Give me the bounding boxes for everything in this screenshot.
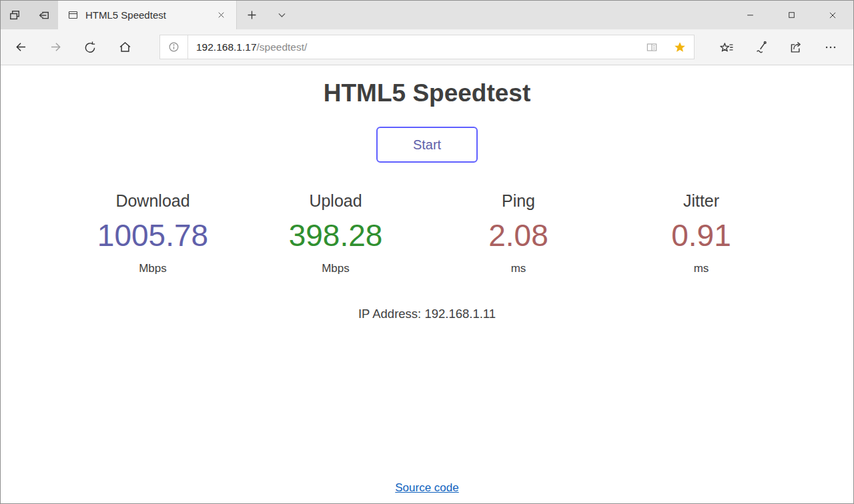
metric-unit: Mbps: [244, 262, 427, 275]
metric-value: 398.28: [244, 217, 427, 253]
metric-unit: ms: [427, 262, 610, 275]
browser-window: HTML5 Speedtest: [0, 0, 854, 504]
source-code-link[interactable]: Source code: [395, 481, 458, 494]
arrow-left-icon: [14, 40, 28, 54]
minimize-icon: [746, 11, 755, 19]
toolbar-right: [709, 32, 848, 63]
web-notes-button[interactable]: [744, 32, 779, 63]
page-content: HTML5 Speedtest Start Download 1005.78 M…: [1, 65, 853, 503]
home-icon: [118, 40, 132, 54]
share-icon: [789, 40, 803, 55]
minimize-button[interactable]: [729, 1, 771, 29]
metric-jitter: Jitter 0.91 ms: [610, 191, 793, 275]
close-icon: [828, 11, 837, 20]
star-list-icon: [719, 40, 734, 55]
arrow-right-icon: [49, 40, 63, 54]
more-menu-button[interactable]: [813, 32, 848, 63]
start-button[interactable]: Start: [376, 127, 478, 163]
metric-upload: Upload 398.28 Mbps: [244, 191, 427, 275]
reading-view-button[interactable]: [638, 35, 666, 59]
ink-pen-icon: [754, 40, 769, 55]
metric-value: 2.08: [427, 217, 610, 253]
site-info-button[interactable]: [160, 35, 188, 59]
home-button[interactable]: [107, 32, 142, 63]
tab-title: HTML5 Speedtest: [85, 9, 211, 21]
open-book-icon: [645, 41, 659, 54]
stacked-windows-icon: [8, 9, 21, 22]
navigation-bar: 192.168.1.17/speedtest/: [1, 29, 853, 65]
url-field[interactable]: 192.168.1.17/speedtest/: [188, 41, 638, 53]
ellipsis-icon: [823, 40, 838, 55]
refresh-icon: [83, 41, 97, 54]
metric-unit: ms: [610, 262, 793, 275]
tab-close-button[interactable]: [211, 5, 231, 25]
metric-download: Download 1005.78 Mbps: [61, 191, 244, 275]
metric-unit: Mbps: [61, 262, 244, 275]
metric-value: 0.91: [610, 217, 793, 253]
share-button[interactable]: [779, 32, 813, 63]
new-tab-button[interactable]: [237, 1, 266, 29]
page-title: HTML5 Speedtest: [1, 65, 853, 107]
chevron-down-icon: [276, 9, 288, 21]
metric-value: 1005.78: [61, 217, 244, 253]
tab-bar: HTML5 Speedtest: [1, 1, 853, 29]
favorite-star-button[interactable]: [666, 35, 694, 59]
close-icon: [217, 11, 226, 19]
forward-button[interactable]: [38, 32, 73, 63]
arrow-into-box-icon: [37, 9, 51, 22]
url-path: /speedtest/: [257, 41, 308, 53]
maximize-button[interactable]: [771, 1, 812, 29]
address-bar[interactable]: 192.168.1.17/speedtest/: [159, 35, 695, 59]
metric-label: Download: [61, 191, 244, 211]
metric-label: Ping: [427, 191, 610, 211]
ip-address-text: IP Address: 192.168.1.11: [1, 307, 853, 321]
tab-bar-drag-area: [297, 1, 729, 29]
set-tabs-aside-button[interactable]: [31, 1, 57, 29]
footer: Source code: [1, 481, 853, 495]
tab-actions-area: [1, 1, 58, 29]
page-favicon-icon: [67, 9, 79, 21]
metrics-row: Download 1005.78 Mbps Upload 398.28 Mbps…: [61, 191, 793, 275]
close-window-button[interactable]: [812, 1, 853, 29]
window-controls: [729, 1, 853, 29]
info-circle-icon: [167, 41, 180, 53]
favorites-hub-button[interactable]: [709, 32, 744, 63]
maximize-icon: [787, 11, 796, 19]
url-domain: 192.168.1.17: [196, 41, 257, 53]
refresh-button[interactable]: [73, 32, 107, 63]
metric-label: Upload: [244, 191, 427, 211]
plus-icon: [246, 9, 258, 21]
favorite-star-icon: [673, 41, 687, 54]
tab-html5-speedtest[interactable]: HTML5 Speedtest: [58, 1, 237, 29]
tab-preview-toggle-button[interactable]: [266, 1, 297, 29]
tabs-set-aside-list-button[interactable]: [2, 1, 27, 29]
back-button[interactable]: [3, 32, 38, 63]
metric-label: Jitter: [610, 191, 793, 211]
metric-ping: Ping 2.08 ms: [427, 191, 610, 275]
